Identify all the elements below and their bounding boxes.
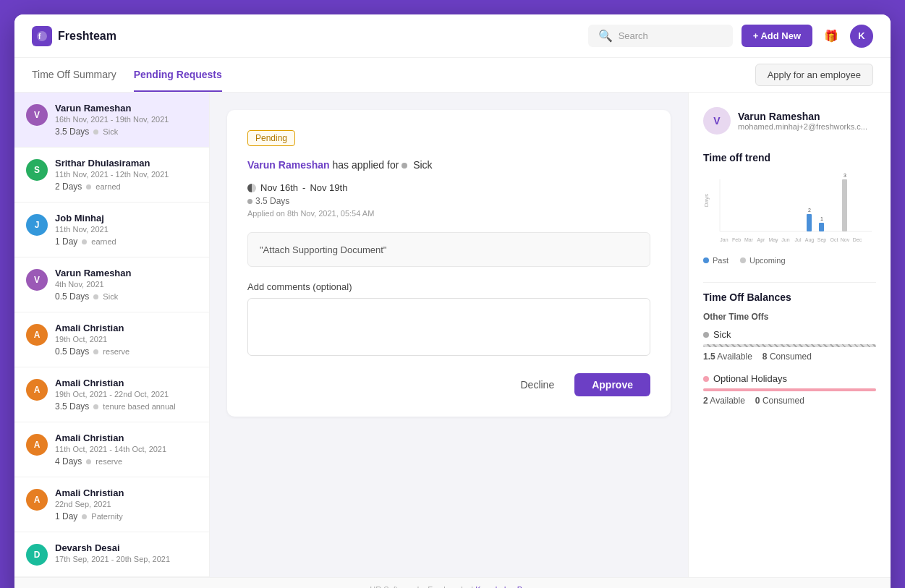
tab-time-off-summary[interactable]: Time Off Summary — [32, 58, 116, 92]
approve-button[interactable]: Approve — [574, 373, 650, 396]
applied-on: Applied on 8th Nov, 2021, 05:54 AM — [247, 209, 650, 218]
card-actions: Decline Approve — [247, 373, 650, 396]
comment-textarea[interactable] — [247, 298, 650, 356]
footer: HR Software by Freshworks | Knowledge Ba… — [14, 577, 891, 588]
request-days: 3.5 Days — [55, 127, 89, 137]
type-dot — [93, 349, 98, 354]
request-dates: Nov 16th - Nov 19th — [247, 182, 650, 193]
optional-holidays-balance: Optional Holidays 2 Available 0 Consumed — [703, 373, 876, 406]
avatar: A — [26, 324, 48, 346]
request-type: reserve — [95, 457, 122, 466]
list-item[interactable]: V Varun Rameshan 16th Nov, 2021 - 19th N… — [14, 93, 209, 148]
tab-pending-requests[interactable]: Pending Requests — [134, 58, 222, 92]
avatar: A — [26, 489, 48, 511]
date-to: Nov 19th — [310, 182, 347, 193]
request-days: 0.5 Days — [55, 291, 89, 302]
request-name: Amali Christian — [55, 378, 197, 388]
request-name: Amali Christian — [55, 487, 197, 498]
sick-bar-bg — [703, 344, 876, 347]
sick-label: Sick — [713, 329, 731, 340]
type-dot — [82, 514, 87, 519]
request-name: Varun Rameshan — [55, 268, 197, 278]
request-type: tenure based annual — [103, 402, 175, 411]
svg-rect-11 — [807, 214, 812, 231]
status-badge: Pending — [247, 130, 295, 146]
request-days: 3.5 Days — [55, 401, 89, 412]
list-item[interactable]: A Amali Christian 19th Oct, 2021 - 22nd … — [14, 367, 209, 422]
svg-text:Mar: Mar — [744, 237, 754, 242]
request-date: 4th Nov, 2021 — [55, 280, 197, 289]
balances-title: Time Off Balances — [703, 291, 876, 303]
request-date: 11th Nov, 2021 - 12th Nov, 2021 — [55, 170, 197, 179]
employee-name: Varun Rameshan — [738, 111, 867, 122]
search-box[interactable]: 🔍 Search — [588, 25, 733, 47]
request-days: 1 Day — [55, 237, 77, 247]
user-avatar[interactable]: K — [850, 25, 873, 48]
svg-text:Jan: Jan — [720, 237, 728, 242]
optional-bar-fill — [703, 388, 876, 391]
type-dot — [86, 459, 91, 464]
search-icon: 🔍 — [598, 29, 613, 43]
request-date: 11th Nov, 2021 — [55, 225, 197, 234]
svg-text:Jun: Jun — [781, 237, 789, 242]
header: f Freshteam 🔍 Search + Add New 🎁 K — [14, 14, 891, 58]
upcoming-dot — [740, 257, 746, 263]
days-count: 3.5 Days — [247, 196, 650, 206]
search-placeholder-text: Search — [619, 30, 648, 41]
half-day-icon — [247, 184, 256, 192]
balances-section: Time Off Balances Other Time Offs Sick 1… — [703, 291, 876, 406]
request-date: 19th Oct, 2021 — [55, 335, 197, 344]
footer-hr-software: HR Software — [370, 585, 415, 588]
add-new-button[interactable]: + Add New — [742, 25, 812, 47]
request-type: earned — [95, 182, 120, 191]
list-item[interactable]: J Job Minhaj 11th Nov, 2021 1 Day earned — [14, 203, 209, 257]
list-item[interactable]: V Varun Rameshan 4th Nov, 2021 0.5 Days … — [14, 257, 209, 312]
request-name: Job Minhaj — [55, 213, 197, 223]
list-item[interactable]: A Amali Christian 11th Oct, 2021 - 14th … — [14, 422, 209, 477]
optional-bar-bg — [703, 388, 876, 391]
svg-text:Feb: Feb — [732, 237, 741, 242]
decline-button[interactable]: Decline — [509, 373, 566, 396]
employee-avatar: V — [703, 107, 731, 135]
list-item[interactable]: S Srithar Dhulasiraman 11th Nov, 2021 - … — [14, 148, 209, 203]
request-date: 16th Nov, 2021 - 19th Nov, 2021 — [55, 115, 197, 124]
avatar: V — [26, 104, 48, 126]
employee-profile: V Varun Rameshan mohamed.minhaj+2@freshw… — [703, 107, 876, 135]
request-type: Sick — [103, 127, 118, 136]
main-content: V Varun Rameshan 16th Nov, 2021 - 19th N… — [14, 93, 891, 577]
svg-text:Sep: Sep — [817, 237, 827, 243]
date-from: Nov 16th — [260, 182, 298, 193]
optional-label: Optional Holidays — [713, 373, 787, 384]
list-item[interactable]: A Amali Christian 22nd Sep, 2021 1 Day P… — [14, 477, 209, 532]
request-name: Srithar Dhulasiraman — [55, 158, 197, 169]
request-days: 2 Days — [55, 182, 82, 192]
request-type: reserve — [103, 347, 129, 356]
list-item[interactable]: A Amali Christian 19th Oct, 2021 0.5 Day… — [14, 312, 209, 367]
apply-employee-button[interactable]: Apply for an employee — [755, 64, 873, 86]
sick-balance: Sick 1.5 Available 8 Consumed — [703, 329, 876, 362]
avatar: A — [26, 434, 48, 456]
sub-nav: Time Off Summary Pending Requests Apply … — [14, 58, 891, 93]
type-dot — [93, 294, 98, 299]
list-item[interactable]: D Devarsh Desai 17th Sep, 2021 - 20th Se… — [14, 532, 209, 577]
sub-nav-tabs: Time Off Summary Pending Requests — [32, 58, 222, 92]
request-card: Pending Varun Rameshan has applied for S… — [227, 110, 671, 417]
svg-text:2: 2 — [808, 208, 811, 213]
footer-knowledge-base[interactable]: Knowledge Base — [475, 585, 535, 588]
time-off-trend-section: Time off trend Days Jan Feb — [703, 152, 876, 265]
applied-for-text: has applied for — [333, 159, 402, 171]
request-date: 22nd Sep, 2021 — [55, 500, 197, 508]
request-date: 11th Oct, 2021 - 14th Oct, 2021 — [55, 445, 197, 453]
svg-text:Aug: Aug — [805, 237, 815, 243]
request-headline: Varun Rameshan has applied for Sick — [247, 159, 650, 171]
gift-icon[interactable]: 🎁 — [821, 26, 841, 46]
divider — [703, 282, 876, 283]
employee-email: mohamed.minhaj+2@freshworks.c... — [738, 122, 867, 131]
header-right: 🔍 Search + Add New 🎁 K — [588, 25, 873, 48]
svg-text:May: May — [768, 237, 778, 243]
svg-text:Oct: Oct — [830, 237, 838, 242]
svg-text:Apr: Apr — [757, 237, 766, 243]
legend-past: Past — [703, 256, 728, 265]
request-days: 4 Days — [55, 456, 82, 466]
type-dot — [93, 129, 98, 135]
